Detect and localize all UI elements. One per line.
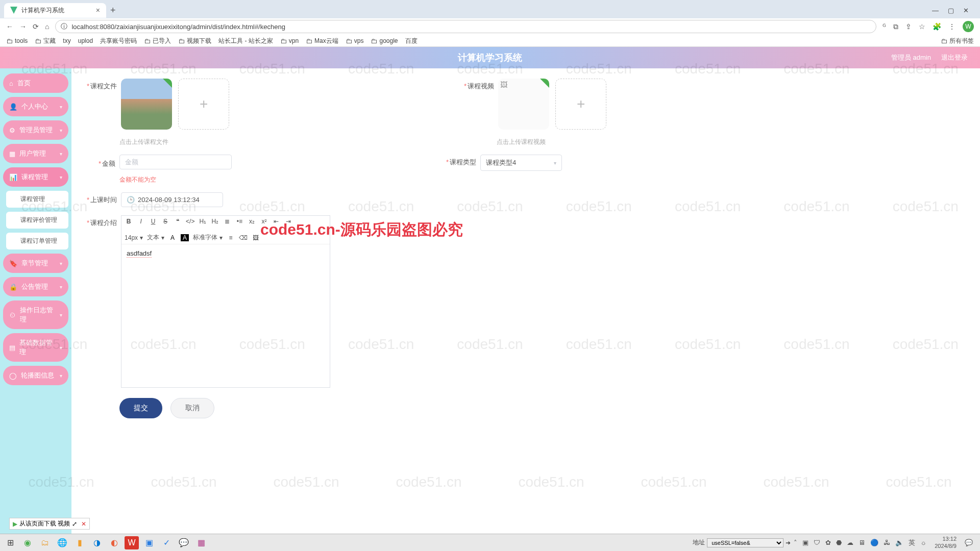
sup-icon[interactable]: x² bbox=[260, 218, 268, 225]
tray-icon[interactable]: ✿ bbox=[825, 539, 831, 546]
image-icon[interactable]: 🖼 bbox=[252, 234, 260, 241]
home-icon[interactable]: ⌂ bbox=[45, 22, 49, 31]
notification-icon[interactable]: 💬 bbox=[965, 539, 973, 546]
bm-txy[interactable]: txy bbox=[63, 37, 70, 44]
go-icon[interactable]: ➜ bbox=[786, 539, 791, 546]
forward-icon[interactable]: → bbox=[19, 22, 27, 31]
task-app-2[interactable]: ▮ bbox=[72, 536, 87, 549]
font-size-select[interactable]: 14px ▾ bbox=[125, 234, 143, 241]
clear-icon[interactable]: ⌫ bbox=[239, 234, 248, 241]
tray-network-icon[interactable]: 🖧 bbox=[884, 539, 890, 546]
cancel-button[interactable]: 取消 bbox=[170, 398, 214, 418]
qr-icon[interactable]: ⧉ bbox=[893, 22, 898, 31]
bold-icon[interactable]: B bbox=[125, 218, 133, 225]
tray-icon[interactable]: 🖥 bbox=[859, 539, 865, 546]
back-icon[interactable]: ← bbox=[6, 22, 13, 31]
browser-tab[interactable]: 计算机学习系统 × bbox=[4, 3, 106, 18]
task-app-1[interactable]: ◉ bbox=[20, 536, 35, 549]
translate-icon[interactable]: ᴳ bbox=[883, 22, 886, 31]
close-icon[interactable]: ✕ bbox=[81, 520, 86, 528]
bm-tools[interactable]: tools bbox=[6, 37, 28, 45]
task-app-5[interactable]: ✓ bbox=[159, 536, 174, 549]
download-widget[interactable]: ▶ 从该页面下载 视频 ⤢ ✕ bbox=[9, 518, 90, 530]
tray-icon[interactable]: ☁ bbox=[847, 539, 853, 546]
tray-icon[interactable]: 🛡 bbox=[814, 539, 820, 546]
task-ide[interactable]: ▦ bbox=[194, 536, 208, 549]
bm-import[interactable]: 已导入 bbox=[144, 37, 171, 45]
tray-up-icon[interactable]: ˄ bbox=[794, 539, 797, 546]
task-explorer[interactable]: 🗂 bbox=[38, 536, 52, 549]
course-video-thumb[interactable] bbox=[498, 79, 549, 130]
nav-banner[interactable]: ◯轮播图信息▾ bbox=[3, 366, 68, 385]
nav-log[interactable]: ⏲操作日志管理▾ bbox=[3, 300, 68, 329]
url-input[interactable]: ⓘ localhost:8080/zaixianjisuanjixuexixit… bbox=[55, 20, 876, 33]
bm-vps[interactable]: vps bbox=[346, 37, 364, 45]
share-icon[interactable]: ⇪ bbox=[905, 22, 912, 31]
sub-icon[interactable]: x₂ bbox=[248, 218, 256, 225]
task-wps[interactable]: W bbox=[125, 536, 139, 549]
nav-admin[interactable]: ⚙管理员管理▾ bbox=[3, 120, 68, 140]
nav-chapter[interactable]: 🔖章节管理▾ bbox=[3, 254, 68, 273]
outdent-icon[interactable]: ⇤ bbox=[272, 218, 280, 225]
code-icon[interactable]: </> bbox=[186, 218, 194, 225]
logout-link[interactable]: 退出登录 bbox=[941, 53, 968, 62]
tray-volume-icon[interactable]: 🔈 bbox=[895, 539, 903, 546]
sql-select[interactable]: useSSL=false& bbox=[707, 538, 783, 547]
menu-icon[interactable]: ⋮ bbox=[948, 22, 955, 31]
course-file-thumb[interactable] bbox=[121, 79, 172, 130]
h2-icon[interactable]: H₂ bbox=[211, 218, 219, 225]
nav-profile[interactable]: 👤个人中心▾ bbox=[3, 97, 68, 116]
strike-icon[interactable]: S bbox=[161, 218, 169, 225]
subnav-course-review[interactable]: 课程评价管理 bbox=[6, 212, 68, 229]
align-left-icon[interactable]: ≡ bbox=[227, 234, 235, 241]
subnav-course-mgmt[interactable]: 课程管理 bbox=[6, 191, 68, 208]
expand-icon[interactable]: ⤢ bbox=[72, 520, 77, 528]
tray-lang-icon[interactable]: ☼ bbox=[920, 539, 926, 546]
ul-icon[interactable]: •≡ bbox=[235, 218, 243, 225]
tray-icon[interactable]: 🔵 bbox=[870, 539, 878, 546]
nav-course[interactable]: 📊课程管理▾ bbox=[3, 167, 68, 187]
indent-icon[interactable]: ⇥ bbox=[284, 218, 292, 225]
bm-vpn[interactable]: vpn bbox=[280, 37, 299, 45]
close-window-icon[interactable]: ✕ bbox=[963, 7, 969, 14]
bm-max[interactable]: Max云端 bbox=[306, 37, 338, 45]
bm-uplod[interactable]: uplod bbox=[78, 37, 93, 44]
italic-icon[interactable]: I bbox=[137, 218, 145, 225]
bookmark-icon[interactable]: ☆ bbox=[919, 22, 925, 31]
h1-icon[interactable]: H₁ bbox=[199, 218, 207, 225]
bm-baidu[interactable]: 百度 bbox=[405, 37, 418, 45]
extensions-icon[interactable]: 🧩 bbox=[933, 22, 941, 31]
task-wechat[interactable]: 💬 bbox=[177, 536, 191, 549]
bm-share[interactable]: 共享账号密码 bbox=[100, 37, 137, 45]
ol-icon[interactable]: ≣ bbox=[223, 218, 231, 225]
underline-icon[interactable]: U bbox=[149, 218, 157, 225]
type-select[interactable]: 课程类型4 ▾ bbox=[480, 155, 562, 171]
task-app-4[interactable]: ▣ bbox=[142, 536, 156, 549]
bm-treasure[interactable]: 宝藏 bbox=[35, 37, 56, 45]
task-chrome[interactable]: 🌐 bbox=[55, 536, 69, 549]
user-label[interactable]: 管理员 admin bbox=[891, 53, 931, 62]
font-family-select[interactable]: 标准字体 ▾ bbox=[193, 233, 223, 242]
close-tab-icon[interactable]: × bbox=[96, 6, 100, 14]
nav-notice[interactable]: 🔒公告管理▾ bbox=[3, 277, 68, 296]
bm-all[interactable]: 所有书签 bbox=[941, 37, 974, 45]
new-tab-button[interactable]: + bbox=[110, 5, 116, 16]
subnav-course-order[interactable]: 课程订单管理 bbox=[6, 233, 68, 249]
bg-color-icon[interactable]: A bbox=[181, 234, 189, 241]
task-app-3[interactable]: ◐ bbox=[107, 536, 121, 549]
start-icon[interactable]: ⊞ bbox=[3, 536, 17, 549]
maximize-icon[interactable]: ▢ bbox=[948, 7, 954, 14]
minimize-icon[interactable]: — bbox=[932, 7, 939, 14]
reload-icon[interactable]: ⟳ bbox=[33, 22, 39, 31]
upload-file-button[interactable]: + bbox=[178, 79, 229, 130]
nav-home[interactable]: ⌂首页 bbox=[3, 73, 68, 93]
upload-video-button[interactable]: + bbox=[555, 79, 606, 130]
bm-google[interactable]: google bbox=[371, 37, 398, 45]
profile-avatar[interactable]: W bbox=[963, 21, 974, 32]
text-color-icon[interactable]: A bbox=[168, 234, 177, 241]
tray-ime[interactable]: 英 bbox=[909, 538, 915, 547]
price-input[interactable] bbox=[119, 155, 232, 169]
taskbar-clock[interactable]: 13:12 2024/8/9 bbox=[932, 536, 960, 549]
bm-video[interactable]: 视频下载 bbox=[178, 37, 211, 45]
tray-icon[interactable]: ⬣ bbox=[836, 539, 842, 546]
